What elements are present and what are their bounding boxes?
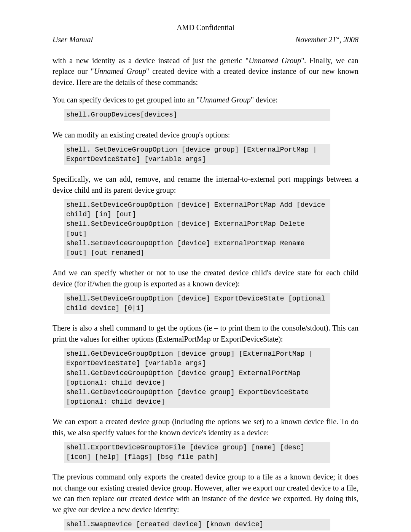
paragraph-device-state: And we can specify whether or not to use… <box>53 267 358 289</box>
code-group-devices: shell.GroupDevices[devices] <box>64 109 330 121</box>
code-swap-device: shell.SwapDevice [created device] [known… <box>64 519 330 530</box>
code-export-state: shell.SetDeviceGroupOption [device] Expo… <box>64 293 330 314</box>
code-set-option: shell. SetDeviceGroupOption [device grou… <box>64 144 330 165</box>
classification-label: AMD Confidential <box>53 22 358 33</box>
header-line: User Manual November 21st, 2008 <box>53 34 358 46</box>
paragraph-modify-options: We can modify an existing created device… <box>53 129 358 140</box>
header-left: User Manual <box>53 34 93 45</box>
paragraph-export-file: We can export a created device group (in… <box>53 416 358 438</box>
paragraph-get-options: There is also a shell command to get the… <box>53 323 358 344</box>
paragraph-intro: with a new identity as a device instead … <box>53 55 358 88</box>
code-get-options: shell.GetDeviceGroupOption [device group… <box>64 348 330 408</box>
code-port-mappings: shell.SetDeviceGroupOption [device] Exte… <box>64 199 330 259</box>
header-date: November 21st, 2008 <box>295 34 358 45</box>
code-export-file: shell.ExportDeviceGroupToFile [device gr… <box>64 442 330 463</box>
paragraph-swap-device: The previous command only exports the cr… <box>53 471 358 515</box>
paragraph-group-devices: You can specify devices to get grouped i… <box>53 94 358 105</box>
paragraph-port-mappings: Specifically, we can add, remove, and re… <box>53 174 358 195</box>
